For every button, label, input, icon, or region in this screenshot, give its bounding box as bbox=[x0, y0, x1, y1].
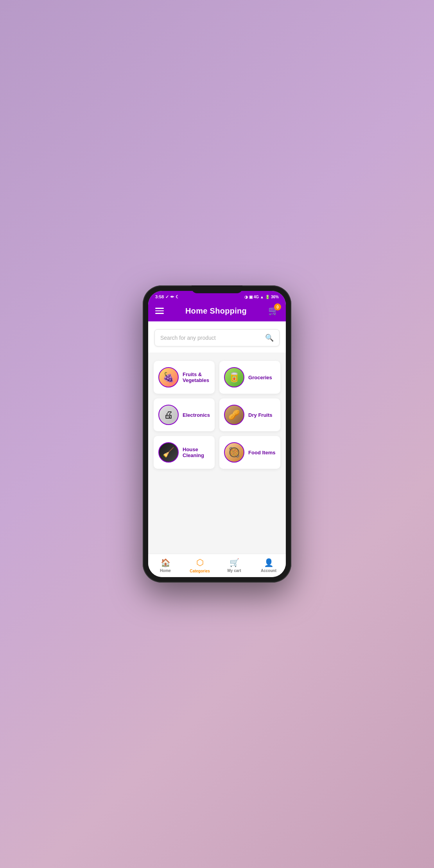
content-spacer bbox=[148, 477, 286, 554]
phone-screen: 3:58 ✓ ✏ ☾ ◑ ▣ 4G ▲ 🔋 36% Home Shopping bbox=[148, 291, 286, 577]
nav-item-my-cart[interactable]: 🛒 My cart bbox=[217, 558, 251, 573]
category-icon-food-items: 🥘 bbox=[224, 442, 244, 463]
search-placeholder-text: Search for any product bbox=[160, 335, 216, 341]
status-check-icon: ✓ bbox=[165, 294, 169, 299]
category-name-groceries: Groceries bbox=[248, 375, 272, 380]
search-box[interactable]: Search for any product 🔍 bbox=[154, 329, 280, 346]
category-name-dry-fruits: Dry Fruits bbox=[248, 412, 272, 418]
category-card-fruits-vegetables[interactable]: 🍇 Fruits & Vegetables bbox=[154, 361, 215, 394]
phone-notch bbox=[192, 285, 242, 293]
nav-item-account[interactable]: 👤 Account bbox=[251, 558, 286, 573]
status-brightness-icon: ◑ bbox=[244, 295, 248, 299]
app-header: Home Shopping 🛒 0 bbox=[148, 302, 286, 321]
category-card-house-cleaning[interactable]: 🧹 House Cleaning bbox=[154, 436, 215, 469]
search-icon: 🔍 bbox=[265, 334, 274, 342]
home-icon: 🏠 bbox=[161, 558, 170, 567]
app-title: Home Shopping bbox=[185, 307, 247, 316]
category-card-groceries[interactable]: 🥫 Groceries bbox=[219, 361, 280, 394]
status-4g-icon: 4G bbox=[254, 295, 259, 299]
status-pencil-icon: ✏ bbox=[170, 294, 174, 299]
status-left: 3:58 ✓ ✏ ☾ bbox=[155, 294, 179, 299]
status-moon-icon: ☾ bbox=[176, 294, 179, 299]
search-container: Search for any product 🔍 bbox=[148, 321, 286, 353]
category-card-food-items[interactable]: 🥘 Food Items bbox=[219, 436, 280, 469]
category-card-dry-fruits[interactable]: 🥜 Dry Fruits bbox=[219, 398, 280, 431]
status-sim-icon: ▣ bbox=[249, 295, 253, 299]
nav-label-home: Home bbox=[160, 569, 171, 573]
status-battery-icon: 🔋 bbox=[265, 295, 270, 299]
phone-frame: 3:58 ✓ ✏ ☾ ◑ ▣ 4G ▲ 🔋 36% Home Shopping bbox=[143, 285, 291, 583]
category-name-food-items: Food Items bbox=[248, 450, 275, 456]
main-content: Search for any product 🔍 🍇 Fruits & Vege… bbox=[148, 321, 286, 554]
category-icon-electronics: 🖨 bbox=[158, 405, 179, 425]
account-icon: 👤 bbox=[264, 558, 274, 567]
status-battery-percent: 36% bbox=[271, 295, 279, 299]
bottom-navigation: 🏠 Home ⬡ Categories 🛒 My cart 👤 Account bbox=[148, 554, 286, 577]
status-right: ◑ ▣ 4G ▲ 🔋 36% bbox=[244, 295, 279, 299]
status-time: 3:58 bbox=[155, 294, 164, 299]
category-icon-fruits-vegetables: 🍇 bbox=[158, 367, 179, 387]
category-icon-dry-fruits: 🥜 bbox=[224, 405, 244, 425]
category-icon-groceries: 🥫 bbox=[224, 367, 244, 387]
categories-icon: ⬡ bbox=[196, 558, 204, 568]
categories-grid: 🍇 Fruits & Vegetables 🥫 Groceries 🖨 bbox=[148, 353, 286, 477]
category-name-fruits-vegetables: Fruits & Vegetables bbox=[183, 371, 210, 383]
cart-badge: 0 bbox=[274, 303, 281, 310]
hamburger-menu-button[interactable] bbox=[155, 308, 164, 314]
nav-label-my-cart: My cart bbox=[227, 569, 241, 573]
status-signal-icon: ▲ bbox=[260, 295, 264, 299]
category-card-electronics[interactable]: 🖨 Electronics bbox=[154, 398, 215, 431]
cart-button[interactable]: 🛒 0 bbox=[268, 306, 279, 316]
category-icon-house-cleaning: 🧹 bbox=[158, 442, 179, 463]
nav-label-account: Account bbox=[261, 569, 276, 573]
category-name-house-cleaning: House Cleaning bbox=[183, 447, 210, 458]
nav-label-categories: Categories bbox=[190, 569, 210, 573]
nav-item-home[interactable]: 🏠 Home bbox=[148, 558, 183, 573]
search-button[interactable]: 🔍 bbox=[265, 334, 274, 342]
category-name-electronics: Electronics bbox=[183, 412, 210, 418]
my-cart-icon: 🛒 bbox=[230, 558, 239, 567]
nav-item-categories[interactable]: ⬡ Categories bbox=[183, 558, 217, 573]
